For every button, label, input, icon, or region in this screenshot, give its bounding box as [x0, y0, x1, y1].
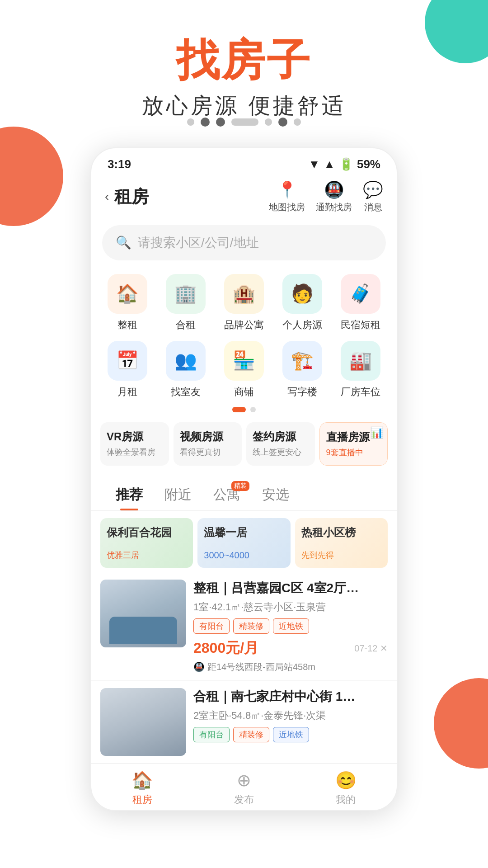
vr-title: VR房源 [107, 429, 163, 444]
listing-card-1[interactable]: 整租｜吕营嘉园C区 4室2厅… 1室·42.1㎡·慈云寺小区·玉泉营 有阳台 精… [91, 572, 397, 681]
back-button[interactable]: ‹ [105, 189, 109, 204]
hezu-label: 合租 [176, 318, 196, 332]
tag-decorated: 精装修 [233, 618, 269, 634]
commute-search-button[interactable]: 🚇 通勤找房 [316, 180, 352, 213]
category-zhengzu[interactable]: 🏠 整租 [99, 274, 157, 332]
nav-bar: ‹ 租房 📍 地图找房 🚇 通勤找房 💬 消息 [91, 176, 397, 221]
personal-icon: 🧑 [282, 274, 322, 314]
tab-selected[interactable]: 安选 [251, 479, 300, 510]
roommate-icon: 👥 [166, 341, 206, 381]
bottom-nav: 🏠 租房 ⊕ 发布 😊 我的 [91, 764, 397, 810]
dot-1[interactable] [187, 118, 194, 126]
minsu-icon: 🧳 [341, 274, 380, 314]
promo-card-1[interactable]: 保利百合花园 优雅三居 [100, 518, 193, 568]
promo-card-2[interactable]: 温馨一居 3000~4000 [197, 518, 290, 568]
category-personal[interactable]: 🧑 个人房源 [273, 274, 331, 332]
phone-screen: 3:19 ▼ ▲ 🔋 59% ‹ 租房 📍 地图找房 🚇 通勤 [90, 147, 398, 811]
category-brand-apt[interactable]: 🏨 品牌公寓 [215, 274, 273, 332]
vr-card[interactable]: VR房源 体验全景看房 [100, 422, 169, 466]
tab-nearby[interactable]: 附近 [154, 479, 202, 510]
mine-label: 我的 [336, 793, 356, 807]
listing-info-1: 整租｜吕营嘉园C区 4室2厅… 1室·42.1㎡·慈云寺小区·玉泉营 有阳台 精… [193, 580, 388, 673]
dot-6[interactable] [278, 118, 287, 127]
listing-img-1 [100, 580, 186, 647]
tag-balcony: 有阳台 [193, 618, 230, 634]
dot-7[interactable] [294, 118, 301, 126]
map-icon: 📍 [277, 180, 297, 199]
live-icon: 📊 [370, 426, 384, 439]
battery-percent: 59% [357, 157, 380, 171]
hezu-icon: 🏢 [166, 274, 206, 314]
nav-mine[interactable]: 😊 我的 [295, 770, 397, 807]
nav-rent[interactable]: 🏠 租房 [91, 770, 193, 807]
promo-card-3[interactable]: 热租小区榜 先到先得 [295, 518, 388, 568]
zhengzu-label: 整租 [117, 318, 137, 332]
price-row-1: 2800元/月 07-12 ✕ [193, 638, 388, 658]
category-office[interactable]: 🏗️ 写字楼 [273, 341, 331, 399]
message-button[interactable]: 💬 消息 [363, 180, 383, 213]
listing-detail-2: 2室主卧·54.8㎡·金泰先锋·次渠 [193, 709, 388, 722]
listing-info-2: 合租｜南七家庄村中心街 1… 2室主卧·54.8㎡·金泰先锋·次渠 有阳台 精装… [193, 688, 388, 756]
search-icon: 🔍 [116, 235, 131, 250]
vr-sub: 体验全景看房 [107, 447, 163, 458]
promo-title-3: 热租小区榜 [301, 525, 381, 540]
search-placeholder: 请搜索小区/公司/地址 [138, 234, 259, 251]
category-shop[interactable]: 🏪 商铺 [215, 341, 273, 399]
page-title: 租房 [114, 185, 149, 208]
listing-title-2: 合租｜南七家庄村中心街 1… [193, 688, 388, 705]
tab-recommend[interactable]: 推荐 [105, 479, 154, 510]
commute-icon: 🚇 [324, 180, 344, 199]
category-factory[interactable]: 🏭 厂房车位 [331, 341, 389, 399]
tag-metro: 近地铁 [273, 618, 309, 634]
yuezu-icon: 📅 [108, 341, 147, 381]
tab-apartment[interactable]: 公寓 精装 [202, 479, 251, 510]
page-dot-2[interactable] [250, 407, 256, 412]
listing-img-2 [100, 688, 186, 756]
sign-card[interactable]: 签约房源 线上签更安心 [246, 422, 315, 466]
feature-cards: VR房源 体验全景看房 视频房源 看得更真切 签约房源 线上签更安心 📊 直播房… [91, 418, 397, 475]
page-dot-1[interactable] [232, 407, 246, 412]
video-card[interactable]: 视频房源 看得更真切 [174, 422, 242, 466]
promo-sub-2: 3000~4000 [204, 550, 284, 561]
nav-left: ‹ 租房 [105, 185, 149, 208]
mine-icon: 😊 [335, 770, 357, 790]
office-label: 写字楼 [287, 385, 317, 399]
promo-title-2: 温馨一居 [204, 525, 284, 540]
category-yuezu[interactable]: 📅 月租 [99, 341, 157, 399]
rent-label: 租房 [132, 793, 152, 807]
wifi-icon: ▼ [308, 157, 320, 171]
phone-mockup: 3:19 ▼ ▲ 🔋 59% ‹ 租房 📍 地图找房 🚇 通勤 [0, 147, 488, 811]
zhengzu-icon: 🏠 [108, 274, 147, 314]
metro-text-1: 距14号线西段-西局站458m [207, 661, 315, 673]
live-card[interactable]: 📊 直播房源 9套直播中 [319, 422, 388, 466]
publish-label: 发布 [234, 793, 254, 807]
category-grid-row2: 📅 月租 👥 找室友 🏪 商铺 🏗️ 写字楼 🏭 厂房车位 [91, 336, 397, 403]
message-icon: 💬 [363, 180, 383, 199]
category-roommate[interactable]: 👥 找室友 [157, 341, 215, 399]
tag-balcony-2: 有阳台 [193, 727, 230, 742]
video-title: 视频房源 [180, 429, 236, 444]
roommate-label: 找室友 [171, 385, 201, 399]
category-minsu[interactable]: 🧳 民宿短租 [331, 274, 389, 332]
hero-subtitle: 放心房源 便捷舒适 [0, 91, 488, 120]
map-label: 地图找房 [269, 201, 305, 213]
dot-2[interactable] [201, 118, 210, 127]
metro-icon: 🚇 [193, 661, 205, 672]
time: 3:19 [108, 157, 131, 171]
tag-decorated-2: 精装修 [233, 727, 269, 742]
tab-bar: 推荐 附近 公寓 精装 安选 [91, 475, 397, 511]
map-search-button[interactable]: 📍 地图找房 [269, 180, 305, 213]
listing-card-2[interactable]: 合租｜南七家庄村中心街 1… 2室主卧·54.8㎡·金泰先锋·次渠 有阳台 精装… [91, 681, 397, 764]
commute-label: 通勤找房 [316, 201, 352, 213]
search-bar[interactable]: 🔍 请搜索小区/公司/地址 [102, 225, 386, 260]
category-grid-row1: 🏠 整租 🏢 合租 🏨 品牌公寓 🧑 个人房源 🧳 民宿短租 [91, 269, 397, 336]
shop-icon: 🏪 [224, 341, 264, 381]
status-bar: 3:19 ▼ ▲ 🔋 59% [91, 148, 397, 176]
promo-row: 保利百合花园 优雅三居 温馨一居 3000~4000 热租小区榜 先到先得 [91, 511, 397, 572]
rent-icon: 🏠 [131, 770, 153, 790]
dot-3[interactable] [216, 118, 225, 127]
dot-5[interactable] [265, 118, 272, 126]
nav-publish[interactable]: ⊕ 发布 [193, 770, 295, 807]
factory-label: 厂房车位 [341, 385, 380, 399]
category-hezu[interactable]: 🏢 合租 [157, 274, 215, 332]
